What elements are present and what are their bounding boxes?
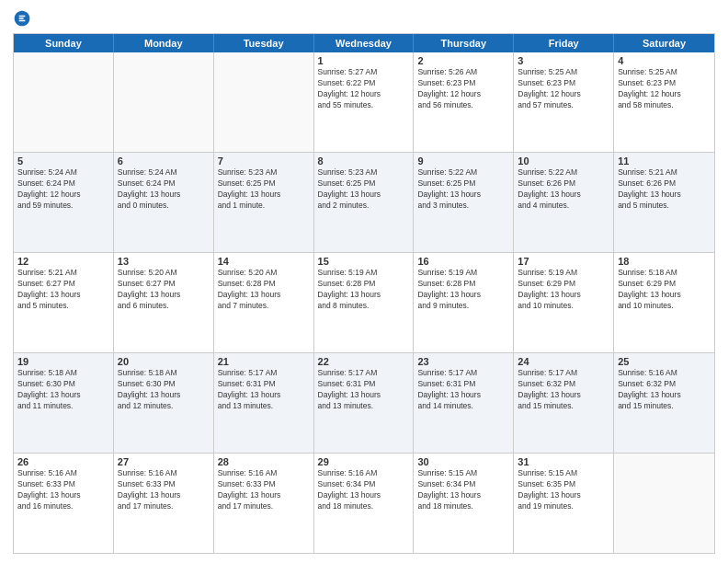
calendar-day-16: 16Sunrise: 5:19 AM Sunset: 6:28 PM Dayli… xyxy=(414,253,514,352)
calendar-day-21: 21Sunrise: 5:17 AM Sunset: 6:31 PM Dayli… xyxy=(214,353,314,453)
cell-info: Sunrise: 5:19 AM Sunset: 6:28 PM Dayligh… xyxy=(417,268,509,312)
cell-info: Sunrise: 5:25 AM Sunset: 6:23 PM Dayligh… xyxy=(618,67,711,111)
cell-info: Sunrise: 5:16 AM Sunset: 6:33 PM Dayligh… xyxy=(17,468,109,512)
calendar-empty xyxy=(614,454,714,553)
calendar-day-24: 24Sunrise: 5:17 AM Sunset: 6:32 PM Dayli… xyxy=(514,353,614,453)
header-cell-wednesday: Wednesday xyxy=(314,34,415,52)
cell-info: Sunrise: 5:15 AM Sunset: 6:34 PM Dayligh… xyxy=(417,468,509,512)
cell-info: Sunrise: 5:27 AM Sunset: 6:22 PM Dayligh… xyxy=(318,67,410,111)
header-cell-friday: Friday xyxy=(514,34,614,52)
day-number: 4 xyxy=(618,55,711,66)
calendar-day-20: 20Sunrise: 5:18 AM Sunset: 6:30 PM Dayli… xyxy=(114,353,214,453)
calendar-row: 19Sunrise: 5:18 AM Sunset: 6:30 PM Dayli… xyxy=(14,353,714,454)
cell-info: Sunrise: 5:16 AM Sunset: 6:33 PM Dayligh… xyxy=(118,468,210,512)
day-number: 26 xyxy=(17,456,109,467)
cell-info: Sunrise: 5:24 AM Sunset: 6:24 PM Dayligh… xyxy=(17,167,109,212)
calendar-day-13: 13Sunrise: 5:20 AM Sunset: 6:27 PM Dayli… xyxy=(114,253,214,352)
calendar-day-10: 10Sunrise: 5:22 AM Sunset: 6:26 PM Dayli… xyxy=(514,153,614,252)
cell-info: Sunrise: 5:17 AM Sunset: 6:32 PM Dayligh… xyxy=(518,368,609,412)
calendar-empty xyxy=(14,52,114,152)
calendar-day-18: 18Sunrise: 5:18 AM Sunset: 6:29 PM Dayli… xyxy=(614,253,714,352)
cell-info: Sunrise: 5:19 AM Sunset: 6:29 PM Dayligh… xyxy=(518,268,609,312)
cell-info: Sunrise: 5:19 AM Sunset: 6:28 PM Dayligh… xyxy=(318,268,410,312)
cell-info: Sunrise: 5:17 AM Sunset: 6:31 PM Dayligh… xyxy=(318,368,410,412)
logo-area xyxy=(13,9,35,28)
cell-info: Sunrise: 5:16 AM Sunset: 6:33 PM Dayligh… xyxy=(218,468,310,512)
cell-info: Sunrise: 5:18 AM Sunset: 6:30 PM Dayligh… xyxy=(17,368,109,412)
cell-info: Sunrise: 5:25 AM Sunset: 6:23 PM Dayligh… xyxy=(518,67,609,111)
cell-info: Sunrise: 5:20 AM Sunset: 6:27 PM Dayligh… xyxy=(118,268,210,312)
calendar-day-23: 23Sunrise: 5:17 AM Sunset: 6:31 PM Dayli… xyxy=(414,353,514,453)
day-number: 31 xyxy=(518,456,609,467)
calendar-day-17: 17Sunrise: 5:19 AM Sunset: 6:29 PM Dayli… xyxy=(514,253,614,352)
header xyxy=(13,9,715,28)
calendar: SundayMondayTuesdayWednesdayThursdayFrid… xyxy=(13,33,715,554)
day-number: 23 xyxy=(417,356,509,367)
day-number: 8 xyxy=(318,155,410,167)
cell-info: Sunrise: 5:15 AM Sunset: 6:35 PM Dayligh… xyxy=(518,468,609,512)
day-number: 20 xyxy=(118,356,210,367)
day-number: 16 xyxy=(417,256,509,267)
day-number: 9 xyxy=(417,155,509,167)
calendar-day-15: 15Sunrise: 5:19 AM Sunset: 6:28 PM Dayli… xyxy=(314,253,415,352)
day-number: 3 xyxy=(518,55,609,66)
header-cell-sunday: Sunday xyxy=(14,34,114,52)
day-number: 13 xyxy=(118,256,210,267)
logo-icon xyxy=(13,9,31,28)
calendar-day-8: 8Sunrise: 5:23 AM Sunset: 6:25 PM Daylig… xyxy=(314,153,415,252)
calendar-day-9: 9Sunrise: 5:22 AM Sunset: 6:25 PM Daylig… xyxy=(414,153,514,252)
calendar-day-29: 29Sunrise: 5:16 AM Sunset: 6:34 PM Dayli… xyxy=(314,454,415,553)
cell-info: Sunrise: 5:16 AM Sunset: 6:34 PM Dayligh… xyxy=(318,468,410,512)
cell-info: Sunrise: 5:20 AM Sunset: 6:28 PM Dayligh… xyxy=(218,268,310,312)
cell-info: Sunrise: 5:26 AM Sunset: 6:23 PM Dayligh… xyxy=(417,67,509,111)
calendar-day-3: 3Sunrise: 5:25 AM Sunset: 6:23 PM Daylig… xyxy=(514,52,614,152)
day-number: 27 xyxy=(118,456,210,467)
day-number: 30 xyxy=(417,456,509,467)
calendar-day-4: 4Sunrise: 5:25 AM Sunset: 6:23 PM Daylig… xyxy=(614,52,714,152)
calendar-header: SundayMondayTuesdayWednesdayThursdayFrid… xyxy=(14,34,714,52)
calendar-day-6: 6Sunrise: 5:24 AM Sunset: 6:24 PM Daylig… xyxy=(114,153,214,252)
calendar-row: 1Sunrise: 5:27 AM Sunset: 6:22 PM Daylig… xyxy=(14,52,714,153)
day-number: 22 xyxy=(318,356,410,367)
day-number: 24 xyxy=(518,356,609,367)
calendar-day-25: 25Sunrise: 5:16 AM Sunset: 6:32 PM Dayli… xyxy=(614,353,714,453)
calendar-empty xyxy=(214,52,314,152)
day-number: 28 xyxy=(218,456,310,467)
day-number: 10 xyxy=(518,155,609,167)
calendar-day-22: 22Sunrise: 5:17 AM Sunset: 6:31 PM Dayli… xyxy=(314,353,415,453)
day-number: 29 xyxy=(318,456,410,467)
cell-info: Sunrise: 5:23 AM Sunset: 6:25 PM Dayligh… xyxy=(218,167,310,212)
calendar-day-26: 26Sunrise: 5:16 AM Sunset: 6:33 PM Dayli… xyxy=(14,454,114,553)
day-number: 2 xyxy=(417,55,509,66)
cell-info: Sunrise: 5:21 AM Sunset: 6:27 PM Dayligh… xyxy=(17,268,109,312)
calendar-day-1: 1Sunrise: 5:27 AM Sunset: 6:22 PM Daylig… xyxy=(314,52,415,152)
calendar-day-2: 2Sunrise: 5:26 AM Sunset: 6:23 PM Daylig… xyxy=(414,52,514,152)
day-number: 21 xyxy=(218,356,310,367)
calendar-empty xyxy=(114,52,214,152)
page: SundayMondayTuesdayWednesdayThursdayFrid… xyxy=(0,0,728,563)
cell-info: Sunrise: 5:23 AM Sunset: 6:25 PM Dayligh… xyxy=(318,167,410,212)
header-cell-monday: Monday xyxy=(114,34,214,52)
day-number: 14 xyxy=(218,256,310,267)
day-number: 19 xyxy=(17,356,109,367)
header-cell-tuesday: Tuesday xyxy=(214,34,314,52)
cell-info: Sunrise: 5:18 AM Sunset: 6:29 PM Dayligh… xyxy=(618,268,711,312)
cell-info: Sunrise: 5:22 AM Sunset: 6:26 PM Dayligh… xyxy=(518,167,609,212)
cell-info: Sunrise: 5:22 AM Sunset: 6:25 PM Dayligh… xyxy=(417,167,509,212)
day-number: 7 xyxy=(218,155,310,167)
cell-info: Sunrise: 5:24 AM Sunset: 6:24 PM Dayligh… xyxy=(118,167,210,212)
day-number: 12 xyxy=(17,256,109,267)
calendar-day-30: 30Sunrise: 5:15 AM Sunset: 6:34 PM Dayli… xyxy=(414,454,514,553)
calendar-day-19: 19Sunrise: 5:18 AM Sunset: 6:30 PM Dayli… xyxy=(14,353,114,453)
cell-info: Sunrise: 5:17 AM Sunset: 6:31 PM Dayligh… xyxy=(417,368,509,412)
calendar-row: 12Sunrise: 5:21 AM Sunset: 6:27 PM Dayli… xyxy=(14,253,714,353)
calendar-row: 26Sunrise: 5:16 AM Sunset: 6:33 PM Dayli… xyxy=(14,454,714,553)
calendar-day-7: 7Sunrise: 5:23 AM Sunset: 6:25 PM Daylig… xyxy=(214,153,314,252)
logo-text xyxy=(13,9,35,28)
day-number: 1 xyxy=(318,55,410,66)
day-number: 18 xyxy=(618,256,711,267)
calendar-day-14: 14Sunrise: 5:20 AM Sunset: 6:28 PM Dayli… xyxy=(214,253,314,352)
calendar-day-31: 31Sunrise: 5:15 AM Sunset: 6:35 PM Dayli… xyxy=(514,454,614,553)
cell-info: Sunrise: 5:16 AM Sunset: 6:32 PM Dayligh… xyxy=(618,368,711,412)
day-number: 6 xyxy=(118,155,210,167)
